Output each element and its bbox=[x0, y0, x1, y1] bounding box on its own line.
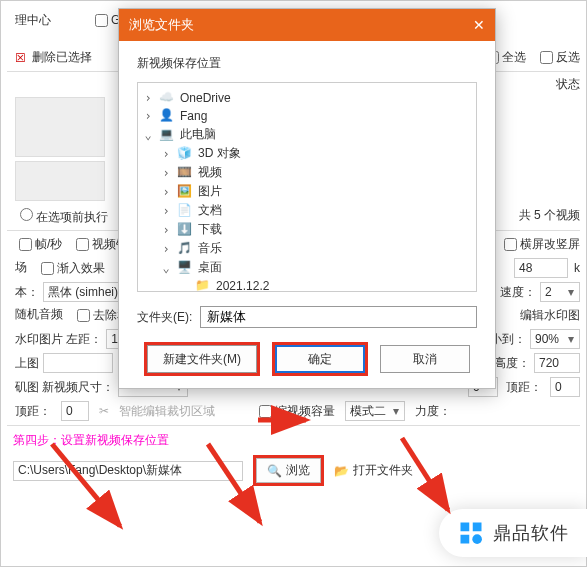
cloud-icon: ☁️ bbox=[159, 90, 175, 106]
font-label: 本： bbox=[15, 284, 39, 301]
chevron-down-icon: ▾ bbox=[390, 404, 402, 418]
height-label: 高度： bbox=[494, 355, 530, 372]
tree-item-label: 文档 bbox=[198, 202, 222, 219]
folder-icon: 📂 bbox=[334, 464, 349, 478]
svg-rect-0 bbox=[461, 523, 470, 532]
tree-item-label: 2021.12.2 bbox=[216, 279, 269, 292]
twisty-icon[interactable]: › bbox=[160, 166, 172, 180]
twisty-icon[interactable]: › bbox=[160, 147, 172, 161]
twisty-icon[interactable]: › bbox=[160, 185, 172, 199]
tree-item[interactable]: ⌄🖥️桌面 bbox=[142, 258, 472, 277]
close-icon[interactable]: ✕ bbox=[473, 17, 485, 33]
tree-item-label: Fang bbox=[180, 109, 207, 123]
tree-item[interactable]: ›🎞️视频 bbox=[142, 163, 472, 182]
twisty-icon[interactable]: › bbox=[142, 91, 154, 105]
dialog-title: 浏览文件夹 bbox=[129, 16, 194, 34]
tree-item-label: OneDrive bbox=[180, 91, 231, 105]
open-folder-link[interactable]: 📂 打开文件夹 bbox=[334, 462, 413, 479]
search-icon: 🔍 bbox=[267, 464, 282, 478]
user-icon: 👤 bbox=[159, 108, 175, 124]
thumbnail-2 bbox=[15, 161, 105, 201]
exec-before-radio[interactable] bbox=[20, 208, 33, 221]
speed-select[interactable]: 2▾ bbox=[540, 282, 580, 302]
shrink-select[interactable]: 90%▾ bbox=[530, 329, 580, 349]
highlight-newfolder: 新建文件夹(M) bbox=[144, 342, 260, 376]
twisty-icon[interactable]: › bbox=[160, 204, 172, 218]
music-icon: 🎵 bbox=[177, 241, 193, 257]
gpu-checkbox[interactable] bbox=[95, 14, 108, 27]
folder-tree[interactable]: ›☁️OneDrive›👤Fang⌄💻此电脑›🧊3D 对象›🎞️视频›🖼️图片›… bbox=[137, 82, 477, 292]
divider-3 bbox=[7, 425, 580, 426]
tree-item-label: 桌面 bbox=[198, 259, 222, 276]
bottom-label: 顶距： bbox=[15, 403, 51, 420]
tree-item-label: 视频 bbox=[198, 164, 222, 181]
3d-icon: 🧊 bbox=[177, 146, 193, 162]
tree-item-label: 图片 bbox=[198, 183, 222, 200]
invert-select[interactable]: 反选 bbox=[536, 48, 580, 67]
folder-name-label: 文件夹(E): bbox=[137, 309, 192, 326]
wm-edit-label: 编辑水印图 bbox=[520, 307, 580, 324]
exec-before-option[interactable]: 在选项前执行 bbox=[15, 205, 108, 226]
compress-check[interactable]: 缩视频容量 bbox=[255, 402, 335, 421]
chevron-down-icon: ▾ bbox=[565, 285, 577, 299]
fade-check[interactable]: 渐入效果 bbox=[37, 259, 105, 278]
ok-button[interactable]: 确定 bbox=[275, 345, 365, 373]
delete-icon[interactable]: ☒ bbox=[15, 51, 26, 65]
twisty-icon[interactable]: ⌄ bbox=[142, 128, 154, 142]
svg-point-3 bbox=[472, 534, 482, 544]
save-path-input[interactable]: C:\Users\Fang\Desktop\新媒体 bbox=[13, 461, 243, 481]
top-input[interactable]: 0 bbox=[550, 377, 580, 397]
video-icon: 🎞️ bbox=[177, 165, 193, 181]
wm-left-label: 水印图片 左距： bbox=[15, 331, 102, 348]
tree-item-label: 此电脑 bbox=[180, 126, 216, 143]
crop-smart-label: 智能编辑裁切区域 bbox=[119, 403, 215, 420]
tree-item[interactable]: ›☁️OneDrive bbox=[142, 89, 472, 107]
tree-item-label: 下载 bbox=[198, 221, 222, 238]
browse-button[interactable]: 🔍 浏览 bbox=[256, 458, 321, 483]
header-center: 理中心 bbox=[15, 12, 51, 29]
highlight-ok: 确定 bbox=[272, 342, 368, 376]
mode-select[interactable]: 模式二▾ bbox=[345, 401, 405, 421]
delete-selected[interactable]: 删除已选择 bbox=[32, 49, 92, 66]
highlight-browse: 🔍 浏览 bbox=[253, 455, 324, 486]
tree-item[interactable]: ›🖼️图片 bbox=[142, 182, 472, 201]
height-input[interactable]: 720 bbox=[534, 353, 580, 373]
dialog-titlebar: 浏览文件夹 ✕ bbox=[119, 9, 495, 41]
cancel-button[interactable]: 取消 bbox=[380, 345, 470, 373]
tree-item-label: 音乐 bbox=[198, 240, 222, 257]
count-label: 共 5 个视频 bbox=[519, 207, 580, 224]
twisty-icon[interactable]: › bbox=[142, 109, 154, 123]
twisty-icon[interactable]: ⌄ bbox=[160, 261, 172, 275]
pic-icon: 🖼️ bbox=[177, 184, 193, 200]
tree-item[interactable]: ›👤Fang bbox=[142, 107, 472, 125]
tree-item[interactable]: ›📄文档 bbox=[142, 201, 472, 220]
dialog-subtitle: 新视频保存位置 bbox=[137, 55, 477, 72]
bottom-input[interactable]: 0 bbox=[61, 401, 89, 421]
tree-item[interactable]: ›🎵音乐 bbox=[142, 239, 472, 258]
rand-audio-label: 随机音频 bbox=[15, 306, 63, 325]
tree-item[interactable]: ›⬇️下载 bbox=[142, 220, 472, 239]
fps-check[interactable]: 帧/秒 bbox=[15, 235, 62, 254]
landscape-check[interactable]: 横屏改竖屏 bbox=[500, 235, 580, 254]
thumbnail-1 bbox=[15, 97, 105, 157]
scissor-icon: ✂ bbox=[99, 404, 109, 418]
tree-item[interactable]: ⌄💻此电脑 bbox=[142, 125, 472, 144]
new-folder-button[interactable]: 新建文件夹(M) bbox=[147, 345, 257, 373]
chevron-down-icon: ▾ bbox=[565, 332, 577, 346]
svg-rect-1 bbox=[473, 523, 482, 532]
folder-name-input[interactable] bbox=[200, 306, 477, 328]
svg-rect-2 bbox=[461, 535, 470, 544]
tree-item[interactable]: 📁2021.12.2 bbox=[142, 277, 472, 292]
desk-icon: 🖥️ bbox=[177, 260, 193, 276]
invert-checkbox[interactable] bbox=[540, 51, 553, 64]
bitrate-input[interactable]: 48 bbox=[514, 258, 568, 278]
step4-label: 第四步：设置新视频保存位置 bbox=[13, 432, 580, 449]
twisty-icon[interactable]: › bbox=[160, 223, 172, 237]
scene-label: 场 bbox=[15, 259, 27, 278]
up-pic-input[interactable] bbox=[43, 353, 113, 373]
tree-item[interactable]: ›🧊3D 对象 bbox=[142, 144, 472, 163]
top-label: 顶距： bbox=[506, 379, 542, 396]
size-label: 矶图 新视频尺寸： bbox=[15, 379, 114, 396]
pc-icon: 💻 bbox=[159, 127, 175, 143]
twisty-icon[interactable]: › bbox=[160, 242, 172, 256]
